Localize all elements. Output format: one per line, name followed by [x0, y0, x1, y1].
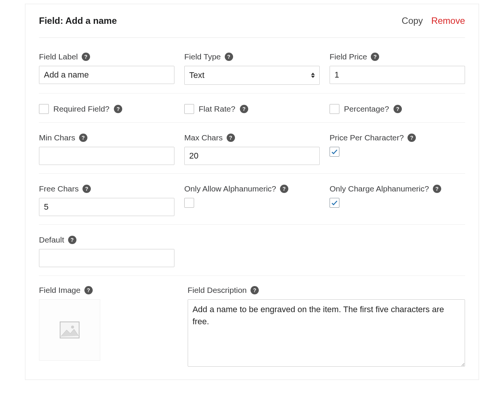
field-price-cell: Field Price ? — [330, 52, 465, 85]
default-heading: Default ? — [39, 235, 174, 244]
row-desc: Field Image ? Field Description ? — [39, 283, 465, 368]
required-field-label: Required Field? — [53, 104, 109, 114]
required-field-checkbox[interactable] — [39, 104, 49, 114]
field-price-text: Field Price — [330, 52, 367, 61]
field-image-heading: Field Image ? — [39, 286, 178, 295]
field-description-textarea[interactable] — [188, 299, 465, 367]
svg-marker-0 — [311, 73, 315, 75]
field-label-input[interactable] — [39, 66, 174, 84]
only-charge-alnum-cell: Only Charge Alphanumeric? ? — [330, 184, 465, 216]
percentage-cell: Percentage? ? — [330, 104, 465, 114]
help-icon[interactable]: ? — [114, 105, 122, 113]
field-description-cell: Field Description ? — [188, 286, 465, 368]
help-icon[interactable]: ? — [394, 105, 402, 113]
default-cell: Default ? — [39, 235, 174, 267]
field-image-text: Field Image — [39, 286, 81, 295]
panel-actions: Copy Remove — [402, 16, 465, 26]
field-image-placeholder[interactable] — [39, 299, 100, 361]
help-icon[interactable]: ? — [227, 134, 235, 142]
free-chars-cell: Free Chars ? — [39, 184, 174, 216]
help-icon[interactable]: ? — [79, 134, 87, 142]
max-chars-cell: Max Chars ? — [184, 133, 320, 165]
help-icon[interactable]: ? — [433, 185, 441, 193]
field-label-cell: Field Label ? — [39, 52, 174, 85]
only-allow-alnum-checkbox[interactable] — [184, 198, 194, 208]
row-chars: Min Chars ? Max Chars ? Price Per Charac… — [39, 129, 465, 174]
min-chars-cell: Min Chars ? — [39, 133, 174, 165]
price-per-char-cell: Price Per Character? ? — [330, 133, 465, 165]
copy-button[interactable]: Copy — [402, 16, 423, 26]
row-chars2: Free Chars ? Only Allow Alphanumeric? ? … — [39, 180, 465, 225]
image-placeholder-icon — [58, 318, 81, 342]
help-icon[interactable]: ? — [240, 105, 248, 113]
only-allow-alnum-text: Only Allow Alphanumeric? — [184, 184, 276, 193]
default-text: Default — [39, 235, 64, 244]
help-icon[interactable]: ? — [250, 286, 259, 294]
help-icon[interactable]: ? — [371, 53, 379, 61]
price-per-char-text: Price Per Character? — [330, 133, 404, 142]
only-allow-alnum-cell: Only Allow Alphanumeric? ? — [184, 184, 320, 216]
free-chars-heading: Free Chars ? — [39, 184, 174, 193]
only-charge-alnum-text: Only Charge Alphanumeric? — [330, 184, 429, 193]
field-description-text: Field Description — [188, 286, 247, 295]
field-type-text: Field Type — [184, 52, 221, 61]
min-chars-heading: Min Chars ? — [39, 133, 174, 142]
only-allow-alnum-heading: Only Allow Alphanumeric? ? — [184, 184, 320, 193]
panel-header: Field: Add a name Copy Remove — [39, 16, 465, 38]
field-type-heading: Field Type ? — [184, 52, 320, 61]
help-icon[interactable]: ? — [82, 185, 91, 193]
field-config-panel: Field: Add a name Copy Remove Field Labe… — [25, 4, 479, 380]
help-icon[interactable]: ? — [408, 134, 416, 142]
row-default: Default ? — [39, 232, 465, 276]
panel-title: Field: Add a name — [39, 16, 117, 26]
field-type-value: Text — [189, 70, 204, 80]
max-chars-heading: Max Chars ? — [184, 133, 320, 142]
field-image-cell: Field Image ? — [39, 286, 178, 368]
row-basic: Field Label ? Field Type ? Text Field Pr… — [39, 48, 465, 93]
help-icon[interactable]: ? — [280, 185, 288, 193]
field-type-cell: Field Type ? Text — [184, 52, 320, 85]
free-chars-input[interactable] — [39, 198, 174, 216]
field-label-heading: Field Label ? — [39, 52, 174, 61]
field-type-select[interactable]: Text — [184, 66, 320, 85]
help-icon[interactable]: ? — [84, 286, 93, 294]
default-input[interactable] — [39, 249, 174, 267]
flat-rate-cell: Flat Rate? ? — [184, 104, 320, 114]
max-chars-text: Max Chars — [184, 133, 223, 142]
flat-rate-label: Flat Rate? — [199, 104, 235, 114]
required-field-cell: Required Field? ? — [39, 104, 174, 114]
min-chars-text: Min Chars — [39, 133, 75, 142]
price-per-char-heading: Price Per Character? ? — [330, 133, 465, 142]
help-icon[interactable]: ? — [68, 236, 76, 244]
only-charge-alnum-heading: Only Charge Alphanumeric? ? — [330, 184, 465, 193]
help-icon[interactable]: ? — [82, 53, 90, 61]
field-price-heading: Field Price ? — [330, 52, 465, 61]
percentage-label: Percentage? — [344, 104, 389, 114]
free-chars-text: Free Chars — [39, 184, 79, 193]
only-charge-alnum-checkbox[interactable] — [330, 198, 339, 208]
chevron-updown-icon — [311, 73, 315, 78]
svg-marker-1 — [311, 76, 315, 78]
row-flags: Required Field? ? Flat Rate? ? Percentag… — [39, 100, 465, 123]
remove-button[interactable]: Remove — [431, 16, 465, 26]
min-chars-input[interactable] — [39, 147, 174, 165]
price-per-char-checkbox[interactable] — [330, 147, 339, 157]
percentage-checkbox[interactable] — [330, 104, 339, 114]
max-chars-input[interactable] — [184, 147, 320, 165]
field-label-text: Field Label — [39, 52, 78, 61]
svg-point-3 — [71, 325, 74, 328]
help-icon[interactable]: ? — [225, 53, 233, 61]
field-description-heading: Field Description ? — [188, 286, 465, 295]
flat-rate-checkbox[interactable] — [184, 104, 194, 114]
field-price-input[interactable] — [330, 66, 465, 84]
